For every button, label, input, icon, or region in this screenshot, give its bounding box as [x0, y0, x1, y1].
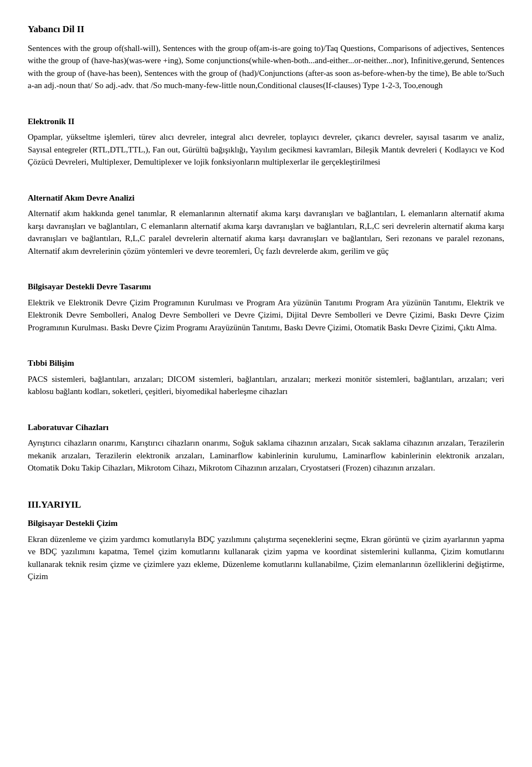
tibbi-bilisim-body: PACS sistemleri, bağlantıları, arızaları… — [28, 373, 504, 398]
section-tibbi-bilisim: Tıbbi Bilişim PACS sistemleri, bağlantıl… — [28, 357, 504, 398]
bilgisayar-devre-body: Elektrik ve Elektronik Devre Çizim Progr… — [28, 296, 504, 334]
iii-yariyil-title: III.YARIYIL — [28, 498, 504, 512]
laboratuvar-title: Laboratuvar Cihazları — [28, 421, 504, 434]
tibbi-bilisim-title: Tıbbi Bilişim — [28, 357, 504, 370]
section-iii-yariyil: III.YARIYIL Bilgisayar Destekli Çizim Ek… — [28, 498, 504, 583]
elektronik-ii-title: Elektronik II — [28, 115, 504, 128]
elektronik-ii-body: Opamplar, yükseltme işlemleri, türev alı… — [28, 131, 504, 168]
alternatif-akim-body: Alternatif akım hakkında genel tanımlar,… — [28, 207, 504, 257]
bilgisayar-cizim-title: Bilgisayar Destekli Çizim — [28, 517, 504, 530]
section-laboratuvar: Laboratuvar Cihazları Ayrıştırıcı cihazl… — [28, 421, 504, 474]
bilgisayar-cizim-body: Ekran düzenleme ve çizim yardımcı komutl… — [28, 533, 504, 583]
alternatif-akim-title: Alternatif Akım Devre Analizi — [28, 192, 504, 204]
section-alternatif-akim: Alternatif Akım Devre Analizi Alternatif… — [28, 192, 504, 258]
bilgisayar-devre-title: Bilgisayar Destekli Devre Tasarımı — [28, 280, 504, 293]
laboratuvar-body: Ayrıştırıcı cihazların onarımı, Karıştır… — [28, 437, 504, 474]
yabanci-dil-body: Sentences with the group of(shall-will),… — [28, 42, 504, 92]
section-yabanci-dil: Sentences with the group of(shall-will),… — [28, 42, 504, 92]
section-bilgisayar-devre: Bilgisayar Destekli Devre Tasarımı Elekt… — [28, 280, 504, 334]
page-title: Yabancı Dil II — [28, 22, 504, 37]
section-elektronik-ii: Elektronik II Opamplar, yükseltme işleml… — [28, 115, 504, 168]
